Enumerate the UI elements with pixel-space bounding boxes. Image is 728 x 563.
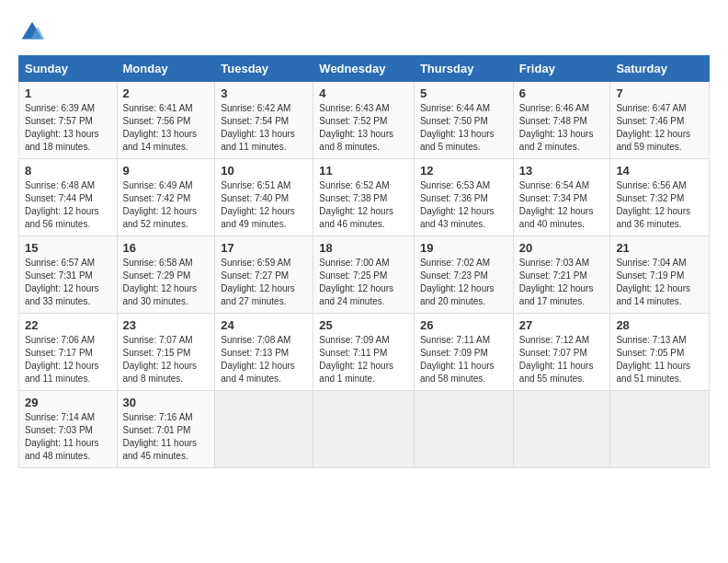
day-info: Sunrise: 7:08 AMSunset: 7:13 PMDaylight:…: [221, 334, 307, 385]
calendar-cell: 9Sunrise: 6:49 AMSunset: 7:42 PMDaylight…: [117, 159, 215, 236]
col-friday: Friday: [513, 56, 610, 82]
col-saturday: Saturday: [610, 56, 710, 82]
day-info: Sunrise: 6:47 AMSunset: 7:46 PMDaylight:…: [616, 102, 703, 154]
calendar-cell: [610, 391, 710, 468]
day-info: Sunrise: 6:59 AMSunset: 7:27 PMDaylight:…: [221, 257, 307, 308]
day-info: Sunrise: 7:13 AMSunset: 7:05 PMDaylight:…: [616, 334, 703, 385]
day-info: Sunrise: 7:03 AMSunset: 7:21 PMDaylight:…: [519, 257, 605, 308]
day-info: Sunrise: 7:00 AMSunset: 7:25 PMDaylight:…: [319, 257, 408, 308]
calendar-cell: 11Sunrise: 6:52 AMSunset: 7:38 PMDayligh…: [313, 159, 415, 236]
day-number: 10: [221, 164, 307, 178]
calendar-cell: 28Sunrise: 7:13 AMSunset: 7:05 PMDayligh…: [610, 314, 710, 391]
calendar-cell: 5Sunrise: 6:44 AMSunset: 7:50 PMDaylight…: [414, 82, 513, 159]
calendar-cell: 24Sunrise: 7:08 AMSunset: 7:13 PMDayligh…: [215, 314, 313, 391]
day-info: Sunrise: 6:46 AMSunset: 7:48 PMDaylight:…: [519, 102, 605, 154]
calendar-cell: 12Sunrise: 6:53 AMSunset: 7:36 PMDayligh…: [414, 159, 513, 236]
day-number: 26: [420, 318, 507, 332]
calendar-cell: 13Sunrise: 6:54 AMSunset: 7:34 PMDayligh…: [513, 159, 610, 236]
day-info: Sunrise: 6:53 AMSunset: 7:36 PMDaylight:…: [420, 179, 507, 231]
calendar-cell: 21Sunrise: 7:04 AMSunset: 7:19 PMDayligh…: [610, 236, 710, 314]
calendar-cell: 23Sunrise: 7:07 AMSunset: 7:15 PMDayligh…: [117, 314, 215, 391]
day-info: Sunrise: 6:41 AMSunset: 7:56 PMDaylight:…: [123, 102, 210, 154]
day-info: Sunrise: 7:16 AMSunset: 7:01 PMDaylight:…: [123, 411, 210, 463]
day-number: 14: [616, 164, 703, 178]
col-monday: Monday: [117, 56, 215, 82]
day-info: Sunrise: 7:14 AMSunset: 7:03 PMDaylight:…: [25, 411, 111, 463]
day-info: Sunrise: 6:51 AMSunset: 7:40 PMDaylight:…: [221, 179, 307, 231]
day-info: Sunrise: 6:52 AMSunset: 7:38 PMDaylight:…: [319, 179, 408, 231]
calendar-cell: 10Sunrise: 6:51 AMSunset: 7:40 PMDayligh…: [215, 159, 313, 236]
calendar-week-row: 15Sunrise: 6:57 AMSunset: 7:31 PMDayligh…: [19, 236, 710, 314]
calendar-cell: 19Sunrise: 7:02 AMSunset: 7:23 PMDayligh…: [414, 236, 513, 314]
day-number: 16: [123, 241, 210, 255]
calendar-cell: [414, 391, 513, 468]
calendar-cell: 29Sunrise: 7:14 AMSunset: 7:03 PMDayligh…: [19, 391, 118, 468]
calendar-cell: 30Sunrise: 7:16 AMSunset: 7:01 PMDayligh…: [117, 391, 215, 468]
day-info: Sunrise: 6:58 AMSunset: 7:29 PMDaylight:…: [123, 257, 210, 308]
day-number: 5: [420, 86, 507, 100]
day-number: 23: [123, 318, 210, 332]
day-number: 25: [319, 318, 408, 332]
day-info: Sunrise: 6:57 AMSunset: 7:31 PMDaylight:…: [25, 257, 111, 308]
calendar-week-row: 22Sunrise: 7:06 AMSunset: 7:17 PMDayligh…: [19, 314, 710, 391]
calendar-cell: [215, 391, 313, 468]
day-number: 24: [221, 318, 307, 332]
day-number: 27: [519, 318, 605, 332]
day-info: Sunrise: 7:12 AMSunset: 7:07 PMDaylight:…: [519, 334, 605, 385]
day-number: 29: [25, 396, 111, 409]
day-number: 2: [123, 86, 210, 100]
calendar-week-row: 8Sunrise: 6:48 AMSunset: 7:44 PMDaylight…: [19, 159, 710, 236]
day-info: Sunrise: 6:54 AMSunset: 7:34 PMDaylight:…: [519, 179, 605, 231]
day-number: 3: [221, 86, 307, 100]
calendar-cell: [313, 391, 415, 468]
day-number: 21: [616, 241, 703, 255]
col-tuesday: Tuesday: [215, 56, 313, 82]
calendar-header-row: Sunday Monday Tuesday Wednesday Thursday…: [19, 56, 710, 82]
day-number: 18: [319, 241, 408, 255]
day-number: 1: [25, 86, 111, 100]
calendar-cell: 25Sunrise: 7:09 AMSunset: 7:11 PMDayligh…: [313, 314, 415, 391]
calendar-cell: 7Sunrise: 6:47 AMSunset: 7:46 PMDaylight…: [610, 82, 710, 159]
day-number: 11: [319, 164, 408, 178]
page-header: [18, 18, 710, 46]
day-number: 17: [221, 241, 307, 255]
day-info: Sunrise: 6:39 AMSunset: 7:57 PMDaylight:…: [25, 102, 111, 154]
day-number: 19: [420, 241, 507, 255]
calendar-cell: 2Sunrise: 6:41 AMSunset: 7:56 PMDaylight…: [117, 82, 215, 159]
calendar-cell: 6Sunrise: 6:46 AMSunset: 7:48 PMDaylight…: [513, 82, 610, 159]
day-info: Sunrise: 6:49 AMSunset: 7:42 PMDaylight:…: [123, 179, 210, 231]
calendar-cell: 4Sunrise: 6:43 AMSunset: 7:52 PMDaylight…: [313, 82, 415, 159]
day-info: Sunrise: 7:11 AMSunset: 7:09 PMDaylight:…: [420, 334, 507, 385]
logo-icon: [18, 18, 46, 46]
day-number: 20: [519, 241, 605, 255]
calendar-cell: 1Sunrise: 6:39 AMSunset: 7:57 PMDaylight…: [19, 82, 118, 159]
calendar-cell: 3Sunrise: 6:42 AMSunset: 7:54 PMDaylight…: [215, 82, 313, 159]
day-number: 22: [25, 318, 111, 332]
day-info: Sunrise: 6:44 AMSunset: 7:50 PMDaylight:…: [420, 102, 507, 154]
calendar-cell: 26Sunrise: 7:11 AMSunset: 7:09 PMDayligh…: [414, 314, 513, 391]
calendar-cell: [513, 391, 610, 468]
day-info: Sunrise: 6:43 AMSunset: 7:52 PMDaylight:…: [319, 102, 408, 154]
day-number: 30: [123, 396, 210, 409]
calendar-cell: 8Sunrise: 6:48 AMSunset: 7:44 PMDaylight…: [19, 159, 118, 236]
col-wednesday: Wednesday: [313, 56, 415, 82]
day-number: 15: [25, 241, 111, 255]
calendar-cell: 18Sunrise: 7:00 AMSunset: 7:25 PMDayligh…: [313, 236, 415, 314]
day-info: Sunrise: 6:42 AMSunset: 7:54 PMDaylight:…: [221, 102, 307, 154]
day-number: 13: [519, 164, 605, 178]
calendar-cell: 16Sunrise: 6:58 AMSunset: 7:29 PMDayligh…: [117, 236, 215, 314]
day-number: 4: [319, 86, 408, 100]
calendar-cell: 20Sunrise: 7:03 AMSunset: 7:21 PMDayligh…: [513, 236, 610, 314]
calendar-cell: 17Sunrise: 6:59 AMSunset: 7:27 PMDayligh…: [215, 236, 313, 314]
calendar-cell: 27Sunrise: 7:12 AMSunset: 7:07 PMDayligh…: [513, 314, 610, 391]
logo: [18, 18, 50, 46]
day-info: Sunrise: 6:56 AMSunset: 7:32 PMDaylight:…: [616, 179, 703, 231]
calendar-cell: 22Sunrise: 7:06 AMSunset: 7:17 PMDayligh…: [19, 314, 118, 391]
day-info: Sunrise: 7:07 AMSunset: 7:15 PMDaylight:…: [123, 334, 210, 385]
col-thursday: Thursday: [414, 56, 513, 82]
day-number: 8: [25, 164, 111, 178]
day-info: Sunrise: 7:09 AMSunset: 7:11 PMDaylight:…: [319, 334, 408, 385]
day-info: Sunrise: 7:04 AMSunset: 7:19 PMDaylight:…: [616, 257, 703, 308]
day-info: Sunrise: 6:48 AMSunset: 7:44 PMDaylight:…: [25, 179, 111, 231]
calendar-cell: 14Sunrise: 6:56 AMSunset: 7:32 PMDayligh…: [610, 159, 710, 236]
